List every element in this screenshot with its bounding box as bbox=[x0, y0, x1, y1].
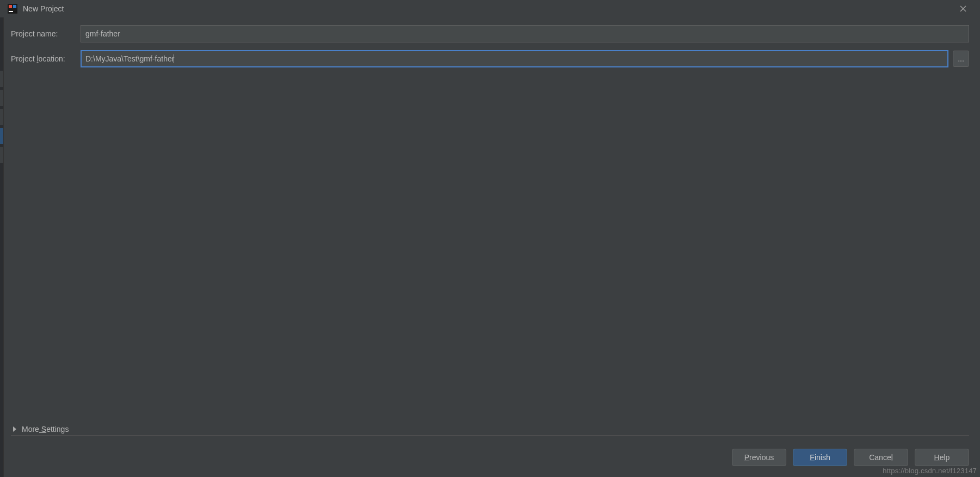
watermark-text: https://blog.csdn.net/f123147 bbox=[883, 467, 977, 475]
form-content: Project name: Project location: D:\MyJav… bbox=[0, 17, 980, 67]
close-icon bbox=[960, 5, 966, 12]
window-title: New Project bbox=[23, 4, 64, 13]
project-name-label: Project name: bbox=[11, 29, 81, 38]
left-edge-strip bbox=[0, 0, 4, 477]
project-location-row: Project location: D:\MyJava\Test\gmf-fat… bbox=[11, 50, 969, 67]
project-name-row: Project name: bbox=[11, 25, 969, 42]
left-marker bbox=[0, 71, 3, 87]
more-settings-separator bbox=[11, 435, 969, 436]
svg-rect-3 bbox=[9, 11, 13, 12]
wizard-button-bar: Previous Finish Cancel Help bbox=[732, 449, 969, 466]
more-settings-label: More Settings bbox=[22, 425, 69, 433]
left-marker-active bbox=[0, 128, 3, 144]
left-marker bbox=[0, 147, 3, 163]
project-location-input[interactable]: D:\MyJava\Test\gmf-father bbox=[81, 50, 948, 67]
project-location-label: Project location: bbox=[11, 54, 81, 63]
left-marker bbox=[0, 109, 3, 125]
text-caret bbox=[174, 54, 174, 63]
more-settings-toggle[interactable]: More Settings bbox=[13, 425, 69, 433]
cancel-button[interactable]: Cancel bbox=[854, 449, 908, 466]
svg-rect-2 bbox=[13, 5, 16, 8]
previous-button[interactable]: Previous bbox=[732, 449, 786, 466]
browse-location-button[interactable]: ... bbox=[953, 51, 969, 67]
close-button[interactable] bbox=[951, 0, 976, 17]
app-icon bbox=[8, 4, 17, 14]
svg-rect-1 bbox=[9, 5, 12, 8]
triangle-right-icon bbox=[13, 426, 16, 432]
finish-button[interactable]: Finish bbox=[793, 449, 847, 466]
project-name-input[interactable] bbox=[81, 25, 969, 42]
ellipsis-icon: ... bbox=[958, 54, 964, 63]
left-marker bbox=[0, 90, 3, 106]
title-bar: New Project bbox=[0, 0, 980, 17]
help-button[interactable]: Help bbox=[915, 449, 969, 466]
